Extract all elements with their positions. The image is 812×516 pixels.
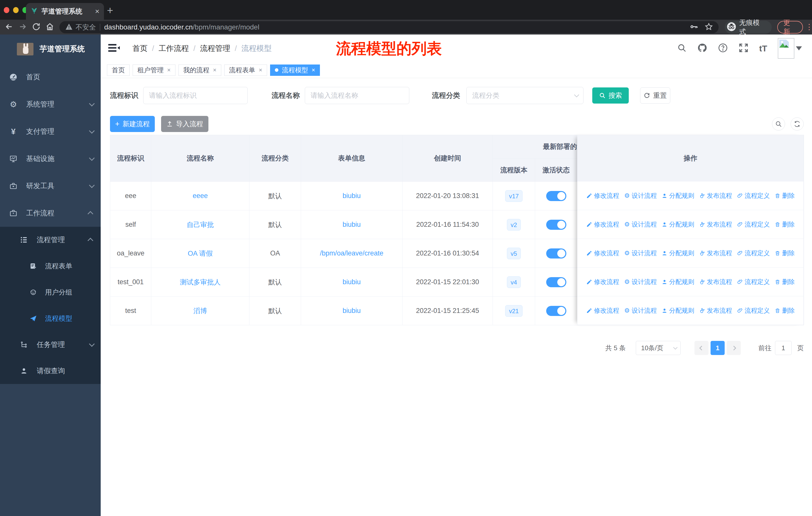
process-definition-link[interactable]: 流程定义	[737, 220, 770, 228]
close-window-button[interactable]	[4, 7, 9, 13]
process-definition-link[interactable]: 流程定义	[737, 249, 770, 257]
security-label[interactable]: 不安全	[76, 23, 96, 32]
filter-name-input[interactable]	[305, 87, 409, 104]
bookmark-star-icon[interactable]	[704, 22, 713, 32]
back-icon[interactable]	[4, 22, 13, 32]
design-process-link[interactable]: ⚙ 设计流程	[624, 278, 657, 286]
active-toggle[interactable]	[546, 306, 566, 316]
page-number-1[interactable]: 1	[710, 341, 725, 355]
model-name-link[interactable]: 滔博	[194, 307, 207, 315]
filter-category-select[interactable]: 流程分类	[466, 87, 583, 104]
breadcrumb-process-mgmt[interactable]: 流程管理	[200, 43, 230, 54]
delete-link[interactable]: 删除	[775, 249, 794, 257]
breadcrumb-home[interactable]: 首页	[133, 43, 147, 54]
forward-icon[interactable]	[18, 22, 27, 32]
delete-link[interactable]: 删除	[775, 278, 794, 286]
process-definition-link[interactable]: 流程定义	[737, 191, 770, 200]
delete-link[interactable]: 删除	[775, 306, 794, 315]
url-bar[interactable]: 不安全 dashboard.yudao.iocoder.cn/bpm/manag…	[59, 21, 719, 33]
active-toggle[interactable]	[546, 220, 566, 230]
new-tab-button[interactable]: +	[107, 4, 113, 17]
sidebar-item-system[interactable]: ⚙ 系统管理	[0, 91, 101, 118]
close-icon[interactable]: ×	[213, 66, 216, 74]
process-definition-link[interactable]: 流程定义	[737, 278, 770, 286]
form-info-link[interactable]: biubiu	[343, 307, 361, 315]
next-page-button[interactable]	[727, 341, 741, 355]
assign-rule-link[interactable]: 分配规则	[662, 278, 694, 286]
sidebar-item-home[interactable]: 首页	[0, 63, 101, 91]
sidebar-item-infra[interactable]: 基础设施	[0, 145, 101, 172]
sidebar-item-pay[interactable]: ¥ 支付管理	[0, 118, 101, 145]
delete-link[interactable]: 删除	[775, 220, 794, 228]
assign-rule-link[interactable]: 分配规则	[662, 306, 694, 315]
browser-tab[interactable]: 芋道管理系统 ×	[26, 3, 104, 20]
assign-rule-link[interactable]: 分配规则	[662, 220, 694, 228]
model-name-link[interactable]: 测试多审批人	[180, 278, 221, 286]
home-icon[interactable]	[45, 22, 54, 32]
user-avatar[interactable]	[778, 38, 802, 59]
model-name-link[interactable]: 自己审批	[187, 221, 214, 228]
search-button[interactable]: 搜索	[592, 87, 629, 104]
tag-home[interactable]: 首页	[107, 64, 129, 76]
reset-button[interactable]: 重置	[640, 87, 670, 104]
close-icon[interactable]: ×	[167, 66, 171, 74]
edit-process-link[interactable]: 修改流程	[586, 249, 619, 257]
sidebar-item-leave-query[interactable]: 请假查询	[0, 358, 101, 384]
design-process-link[interactable]: ⚙ 设计流程	[624, 306, 657, 315]
edit-process-link[interactable]: 修改流程	[586, 220, 619, 228]
form-info-link[interactable]: biubiu	[343, 192, 361, 199]
assign-rule-link[interactable]: 分配规则	[662, 191, 694, 200]
filter-id-input[interactable]	[143, 87, 248, 104]
goto-page-input[interactable]	[775, 341, 792, 355]
form-info-link[interactable]: biubiu	[343, 278, 361, 286]
form-info-link[interactable]: /bpm/oa/leave/create	[320, 249, 383, 257]
browser-menu-kebab-icon[interactable]: ⋮	[806, 25, 809, 29]
active-toggle[interactable]	[546, 191, 566, 201]
sidebar-item-process-mgmt[interactable]: 流程管理	[0, 227, 101, 253]
edit-process-link[interactable]: 修改流程	[586, 278, 619, 286]
github-icon[interactable]	[697, 43, 707, 54]
minimize-window-button[interactable]	[13, 7, 19, 13]
close-icon[interactable]: ×	[259, 66, 262, 74]
breadcrumb-workflow[interactable]: 工作流程	[158, 43, 189, 54]
model-name-link[interactable]: OA 请假	[188, 250, 213, 257]
import-process-button[interactable]: 导入流程	[161, 116, 208, 132]
active-toggle[interactable]	[546, 248, 566, 259]
tab-close-icon[interactable]: ×	[95, 7, 99, 15]
tag-tenant[interactable]: 租户管理 ×	[133, 64, 175, 76]
search-icon[interactable]	[677, 43, 687, 54]
tag-my-process[interactable]: 我的流程 ×	[178, 64, 221, 76]
sidebar-item-workflow[interactable]: 工作流程	[0, 199, 101, 227]
publish-process-link[interactable]: 发布流程	[699, 249, 732, 257]
tag-process-model[interactable]: 流程模型 ×	[270, 64, 320, 76]
refresh-button[interactable]	[791, 117, 804, 131]
browser-update-button[interactable]: 更新	[777, 21, 803, 33]
publish-process-link[interactable]: 发布流程	[699, 220, 732, 228]
edit-process-link[interactable]: 修改流程	[586, 306, 619, 315]
form-info-link[interactable]: biubiu	[343, 221, 361, 228]
publish-process-link[interactable]: 发布流程	[699, 278, 732, 286]
create-process-button[interactable]: + 新建流程	[110, 116, 155, 132]
font-size-icon[interactable]: tT	[759, 44, 767, 53]
publish-process-link[interactable]: 发布流程	[699, 306, 732, 315]
page-size-select[interactable]: 10条/页	[636, 341, 680, 355]
design-process-link[interactable]: ⚙ 设计流程	[624, 191, 657, 200]
assign-rule-link[interactable]: 分配规则	[662, 249, 694, 257]
active-toggle[interactable]	[546, 277, 566, 287]
sidebar-item-task-mgmt[interactable]: 任务管理	[0, 332, 101, 358]
show-search-button[interactable]	[772, 117, 785, 131]
sidebar-item-user-group[interactable]: 用户分组	[0, 279, 101, 305]
sidebar-item-dev[interactable]: 研发工具	[0, 172, 101, 199]
close-icon[interactable]: ×	[312, 66, 315, 74]
process-definition-link[interactable]: 流程定义	[737, 306, 770, 315]
tag-process-form[interactable]: 流程表单 ×	[224, 64, 267, 76]
sidebar-item-process-form[interactable]: 流程表单	[0, 253, 101, 279]
reload-icon[interactable]	[32, 22, 41, 32]
saved-passwords-key-icon[interactable]	[689, 22, 698, 32]
delete-link[interactable]: 删除	[775, 191, 794, 200]
fullscreen-icon[interactable]	[738, 43, 749, 54]
model-name-link[interactable]: eeee	[193, 192, 208, 199]
collapse-sidebar-icon[interactable]	[108, 43, 120, 54]
edit-process-link[interactable]: 修改流程	[586, 191, 619, 200]
prev-page-button[interactable]	[694, 341, 708, 355]
